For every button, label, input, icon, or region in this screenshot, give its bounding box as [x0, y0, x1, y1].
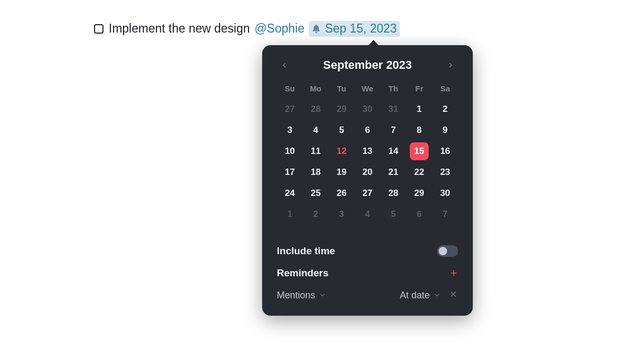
reminders-label: Reminders: [277, 267, 328, 279]
reminder-timing-dropdown[interactable]: At date: [400, 290, 440, 301]
reminders-header-row: Reminders +: [277, 266, 458, 280]
calendar-day[interactable]: 1: [277, 205, 303, 223]
task-checkbox[interactable]: [94, 24, 103, 34]
task-row: Implement the new design @Sophie Sep 15,…: [94, 21, 400, 37]
weekday-header: We: [355, 84, 380, 97]
task-date-text: Sep 15, 2023: [325, 22, 397, 36]
calendar-day[interactable]: 11: [303, 142, 328, 160]
date-picker-popover: September 2023 SuMoTuWeThFrSa27282930311…: [262, 45, 473, 316]
add-reminder-button[interactable]: +: [449, 266, 458, 280]
weekday-header: Su: [277, 84, 303, 97]
calendar-day[interactable]: 27: [355, 184, 380, 202]
chevron-down-icon: [319, 292, 326, 298]
weekday-header: Th: [380, 84, 406, 97]
calendar-header: September 2023: [277, 58, 458, 72]
calendar-day[interactable]: 31: [380, 100, 406, 118]
calendar-day[interactable]: 5: [380, 205, 406, 223]
calendar-day[interactable]: 18: [303, 163, 328, 181]
calendar-day[interactable]: 22: [406, 163, 432, 181]
calendar-day[interactable]: 4: [303, 121, 328, 139]
include-time-row: Include time: [277, 245, 458, 257]
calendar-day[interactable]: 14: [380, 142, 406, 160]
calendar-day[interactable]: 10: [277, 142, 303, 160]
task-mention[interactable]: @Sophie: [255, 22, 305, 36]
toggle-knob: [439, 247, 447, 255]
calendar-day[interactable]: 13: [355, 142, 380, 160]
calendar-day[interactable]: 2: [303, 205, 328, 223]
calendar-day[interactable]: 24: [277, 184, 303, 202]
reminder-type-dropdown[interactable]: Mentions: [277, 290, 326, 301]
bell-icon: [311, 24, 322, 34]
weekday-header: Fr: [406, 84, 432, 97]
include-time-label: Include time: [277, 245, 335, 257]
calendar-day[interactable]: 5: [329, 121, 355, 139]
calendar-day[interactable]: 12: [329, 142, 355, 160]
reminder-timing-value: At date: [400, 290, 430, 301]
calendar-day[interactable]: 29: [329, 100, 355, 118]
calendar-day[interactable]: 28: [380, 184, 406, 202]
calendar-day[interactable]: 26: [329, 184, 355, 202]
calendar-day[interactable]: 1: [406, 100, 432, 118]
calendar-day[interactable]: 28: [303, 100, 328, 118]
calendar-day[interactable]: 20: [355, 163, 380, 181]
reminder-row: Mentions At date: [277, 289, 458, 301]
reminder-type-value: Mentions: [277, 290, 315, 301]
calendar-day[interactable]: 6: [406, 205, 432, 223]
calendar-day[interactable]: 17: [277, 163, 303, 181]
calendar-day[interactable]: 3: [277, 121, 303, 139]
calendar-day[interactable]: 7: [432, 205, 458, 223]
calendar-day[interactable]: 29: [406, 184, 432, 202]
calendar-day[interactable]: 30: [432, 184, 458, 202]
calendar-day[interactable]: 30: [355, 100, 380, 118]
calendar-day[interactable]: 6: [355, 121, 380, 139]
remove-reminder-button[interactable]: [449, 289, 458, 301]
calendar-day[interactable]: 19: [329, 163, 355, 181]
calendar-day[interactable]: 27: [277, 100, 303, 118]
calendar-day[interactable]: 7: [380, 121, 406, 139]
prev-month-button[interactable]: [277, 58, 292, 72]
calendar-day[interactable]: 15: [410, 142, 429, 160]
calendar-day[interactable]: 9: [432, 121, 458, 139]
calendar-day[interactable]: 16: [432, 142, 458, 160]
task-text: Implement the new design: [109, 22, 250, 36]
calendar-day[interactable]: 21: [380, 163, 406, 181]
month-title: September 2023: [323, 58, 412, 72]
weekday-header: Sa: [432, 84, 458, 97]
calendar-day[interactable]: 3: [329, 205, 355, 223]
calendar-day[interactable]: 25: [303, 184, 328, 202]
weekday-header: Tu: [329, 84, 355, 97]
include-time-toggle[interactable]: [437, 245, 458, 257]
calendar-day[interactable]: 4: [355, 205, 380, 223]
weekday-header: Mo: [303, 84, 328, 97]
next-month-button[interactable]: [443, 58, 458, 72]
calendar-day[interactable]: 8: [406, 121, 432, 139]
calendar-day[interactable]: 2: [432, 100, 458, 118]
chevron-down-icon: [434, 292, 440, 298]
calendar-grid: SuMoTuWeThFrSa27282930311234567891011121…: [277, 84, 458, 223]
calendar-day[interactable]: 23: [432, 163, 458, 181]
task-date-chip[interactable]: Sep 15, 2023: [309, 21, 400, 37]
